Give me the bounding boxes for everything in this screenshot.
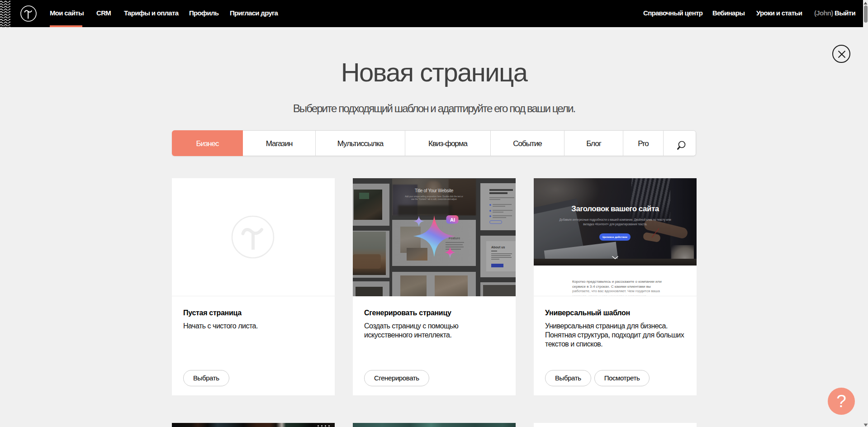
svg-text:AI: AI xyxy=(450,217,455,223)
